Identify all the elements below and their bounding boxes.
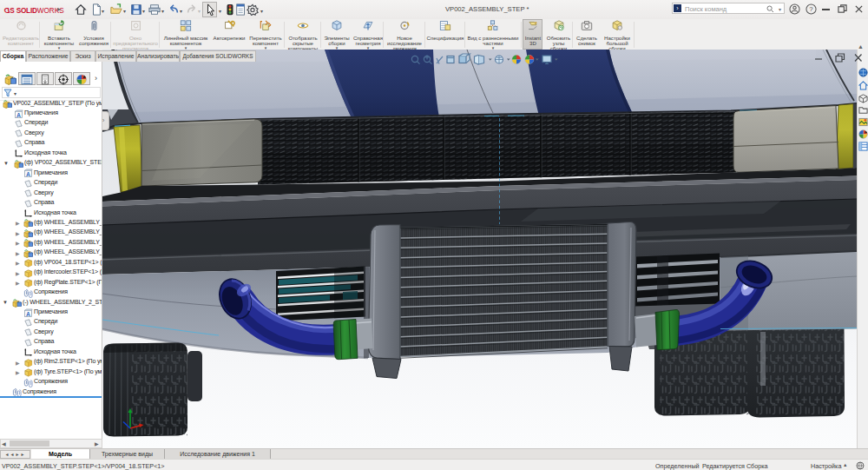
svg-text:?: ? — [809, 5, 813, 13]
